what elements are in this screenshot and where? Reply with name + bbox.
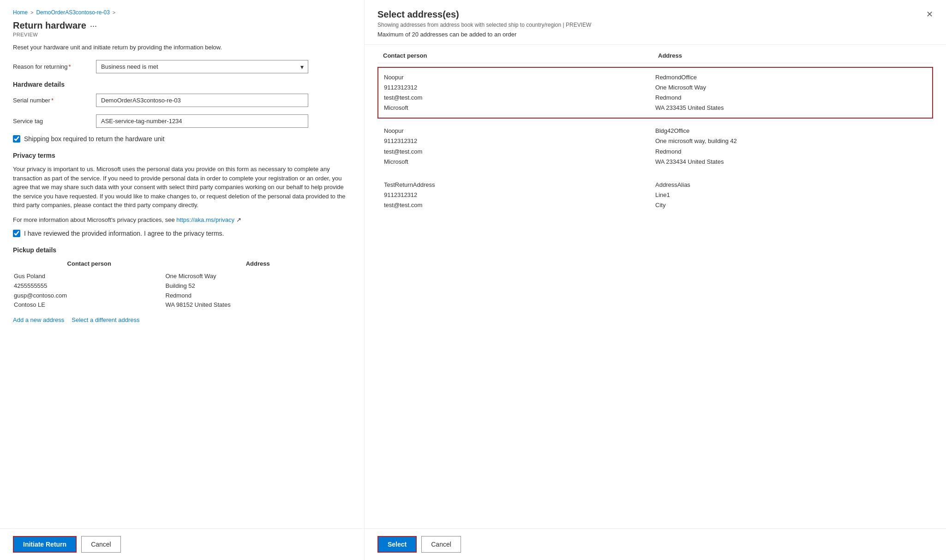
select-button[interactable]: Select (377, 536, 417, 553)
pickup-address-header: Address (166, 260, 351, 271)
breadcrumb-sep2: > (113, 10, 115, 15)
reason-select[interactable]: Business need is met (96, 60, 308, 73)
contact-name-1: Noopur (384, 72, 655, 83)
right-note: Maximum of 20 addresses can be added to … (377, 31, 933, 38)
page-title: Return hardware (13, 20, 86, 31)
contact-email-2: test@test.com (384, 147, 655, 157)
addr-line1-3: Line1 (655, 190, 927, 200)
addr-name-3: AddressAlias (655, 180, 927, 190)
left-content: Home > DemoOrderAS3contoso-re-03 > Retur… (0, 0, 364, 528)
pickup-addr1: One Microsoft Way (166, 272, 351, 281)
reason-row: Reason for returning* Business need is m… (13, 60, 351, 73)
close-button[interactable]: ✕ (924, 8, 935, 20)
addr-name-1: RedmondOffice (655, 72, 927, 83)
addr-line2-3: City (655, 200, 927, 210)
contact-name-2: Noopur (384, 126, 655, 136)
addr-line3-2: WA 233434 United States (655, 157, 927, 167)
right-panel: Select address(es) Showing addresses fro… (365, 0, 946, 560)
left-footer: Initiate Return Cancel (0, 528, 364, 560)
breadcrumb-order[interactable]: DemoOrderAS3contoso-re-03 (36, 9, 109, 16)
pickup-section: Pickup details Contact person Address Gu… (13, 246, 351, 323)
contact-phone-2: 9112312312 (384, 136, 655, 146)
pickup-contact-data: Gus Poland 4255555555 gusp@contoso.com C… (14, 272, 165, 310)
privacy-agree-row: I have reviewed the provided information… (13, 230, 351, 237)
address-col-header: Address (658, 52, 933, 59)
more-options-icon[interactable]: ··· (90, 21, 97, 31)
pickup-address-data: One Microsoft Way Building 52 Redmond WA… (166, 272, 351, 310)
right-footer: Select Cancel (365, 528, 946, 560)
left-panel: Home > DemoOrderAS3contoso-re-03 > Retur… (0, 0, 365, 560)
serial-input[interactable] (96, 94, 308, 107)
cancel-button-left[interactable]: Cancel (81, 536, 121, 553)
addr-name-2: Bldg42Office (655, 126, 927, 136)
contact-name-3: TestReturnAddress (384, 180, 655, 190)
required-star: * (69, 63, 71, 70)
contact-col-header: Contact person (383, 52, 658, 59)
privacy-link-pre: For more information about Microsoft's p… (13, 216, 176, 223)
pickup-table: Contact person Address Gus Poland 425555… (13, 259, 351, 311)
privacy-link-para: For more information about Microsoft's p… (13, 215, 351, 225)
addr-line2-2: Redmond (655, 147, 927, 157)
address-links: Add a new address Select a different add… (13, 316, 351, 323)
pickup-email: gusp@contoso.com (14, 291, 165, 301)
contact-col-3: TestReturnAddress 9112312312 test@test.c… (384, 180, 655, 210)
contact-email-1: test@test.com (384, 93, 655, 103)
serial-row: Serial number* (13, 94, 351, 107)
address-row-3[interactable]: TestReturnAddress 9112312312 test@test.c… (377, 174, 933, 216)
right-content: Contact person Address Noopur 9112312312… (365, 45, 946, 528)
pickup-addr2: Building 52 (166, 281, 351, 291)
service-tag-label: Service tag (13, 118, 96, 125)
right-title: Select address(es) (377, 9, 933, 20)
serial-label: Serial number* (13, 97, 96, 104)
shipping-checkbox[interactable] (13, 135, 20, 143)
privacy-checkbox[interactable] (13, 230, 20, 237)
shipping-checkbox-row: Shipping box required to return the hard… (13, 135, 351, 143)
cancel-button-right[interactable]: Cancel (421, 536, 461, 553)
contact-col-1: Noopur 9112312312 test@test.com Microsof… (384, 72, 655, 113)
pickup-section-title: Pickup details (13, 246, 351, 254)
page-description: Reset your hardware unit and initiate re… (13, 44, 351, 51)
pickup-phone: 4255555555 (14, 281, 165, 291)
reason-select-wrapper: Business need is met (96, 60, 308, 73)
privacy-text: Your privacy is important to us. Microso… (13, 165, 351, 210)
address-row-1[interactable]: Noopur 9112312312 test@test.com Microsof… (377, 67, 933, 119)
pickup-data-row: Gus Poland 4255555555 gusp@contoso.com C… (14, 272, 350, 310)
add-address-link[interactable]: Add a new address (13, 316, 64, 323)
privacy-link[interactable]: https://aka.ms/privacy (176, 216, 234, 223)
reason-control: Business need is met (96, 60, 308, 73)
pickup-company: Contoso LE (14, 300, 165, 310)
pickup-addr3: Redmond (166, 291, 351, 301)
contact-company-2: Microsoft (384, 157, 655, 167)
pickup-addr4: WA 98152 United States (166, 300, 351, 310)
pickup-contact-header: Contact person (14, 260, 165, 271)
reason-label: Reason for returning* (13, 63, 96, 70)
service-tag-input[interactable] (96, 114, 308, 128)
addr-line1-1: One Microsoft Way (655, 83, 927, 93)
service-tag-row: Service tag (13, 114, 351, 128)
external-link-icon: ↗ (236, 216, 241, 223)
contact-phone-1: 9112312312 (384, 83, 655, 93)
contact-phone-3: 9112312312 (384, 190, 655, 200)
shipping-checkbox-label: Shipping box required to return the hard… (24, 135, 164, 143)
privacy-section-title: Privacy terms (13, 152, 351, 159)
address-table-header: Contact person Address (377, 52, 933, 63)
pickup-name: Gus Poland (14, 272, 165, 281)
contact-col-2: Noopur 9112312312 test@test.com Microsof… (384, 126, 655, 167)
address-row-2[interactable]: Noopur 9112312312 test@test.com Microsof… (377, 120, 933, 172)
initiate-return-button[interactable]: Initiate Return (13, 536, 77, 553)
select-different-address-link[interactable]: Select a different address (72, 316, 139, 323)
contact-email-3: test@test.com (384, 200, 655, 210)
breadcrumb-home[interactable]: Home (13, 9, 28, 16)
address-col-3: AddressAlias Line1 City (655, 180, 927, 210)
address-col-1: RedmondOffice One Microsoft Way Redmond … (655, 72, 927, 113)
hardware-section-title: Hardware details (13, 81, 351, 88)
right-header: Select address(es) Showing addresses fro… (365, 0, 946, 45)
contact-company-1: Microsoft (384, 103, 655, 113)
serial-required-star: * (51, 97, 54, 104)
addr-line3-1: WA 233435 United States (655, 103, 927, 113)
privacy-agree-label: I have reviewed the provided information… (24, 230, 224, 237)
breadcrumb: Home > DemoOrderAS3contoso-re-03 > (13, 9, 351, 16)
right-subtitle: Showing addresses from address book with… (377, 22, 933, 28)
address-col-2: Bldg42Office One microsoft way, building… (655, 126, 927, 167)
addr-line1-2: One microsoft way, building 42 (655, 136, 927, 146)
